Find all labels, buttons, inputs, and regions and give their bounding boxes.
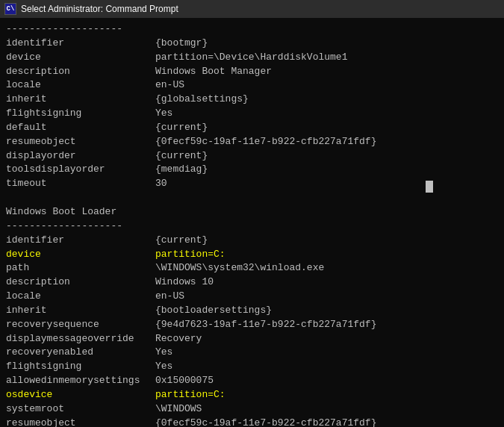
terminal-line: displayorder{current}: [6, 149, 498, 163]
terminal-line: devicepartition=C:: [6, 248, 498, 262]
terminal-line: toolsdisplayorder{memdiag}: [6, 163, 498, 177]
terminal-line: recoveryenabledYes: [6, 346, 498, 360]
terminal-line: systemroot\WINDOWS: [6, 402, 498, 417]
separator-line-2: --------------------: [6, 219, 498, 234]
terminal-line: localeen-US: [6, 78, 498, 93]
terminal-line: identifier{current}: [6, 234, 498, 248]
terminal-line: inherit{globalsettings}: [6, 93, 498, 107]
terminal-line: displaymessageoverrideRecovery: [6, 332, 498, 346]
terminal-line: default{current}: [6, 121, 498, 135]
title-bar-text: Select Administrator: Command Prompt: [21, 4, 178, 14]
terminal-line: identifier{bootmgr}: [6, 37, 498, 51]
terminal-line: allowedinmemorysettings0x15000075: [6, 374, 498, 388]
terminal-window[interactable]: -------------------- identifier{bootmgr}…: [0, 18, 504, 427]
terminal-line: flightsigningYes: [6, 360, 498, 374]
terminal-line: resumeobject{0fecf59c-19af-11e7-b922-cfb…: [6, 417, 498, 427]
terminal-line: devicepartition=\Device\HarddiskVolume1: [6, 51, 498, 65]
terminal-line: recoverysequence{9e4d7623-19af-11e7-b922…: [6, 318, 498, 332]
terminal-line: timeout30: [6, 177, 498, 191]
separator-line-1: --------------------: [6, 22, 498, 37]
terminal-line: descriptionWindows Boot Manager: [6, 65, 498, 79]
terminal-line: path\WINDOWS\system32\winload.exe: [6, 261, 498, 275]
section2-heading: Windows Boot Loader: [6, 205, 498, 219]
terminal-line: osdevicepartition=C:: [6, 388, 498, 402]
terminal-line: flightsigningYes: [6, 107, 498, 121]
cmd-icon: C\: [4, 3, 16, 15]
cursor: [426, 181, 433, 193]
terminal-line: resumeobject{0fecf59c-19af-11e7-b922-cfb…: [6, 135, 498, 149]
title-bar: C\ Select Administrator: Command Prompt: [0, 0, 504, 18]
terminal-line: inherit{bootloadersettings}: [6, 304, 498, 318]
blank-line-1: [6, 191, 498, 205]
terminal-line: localeen-US: [6, 290, 498, 304]
terminal-line: descriptionWindows 10: [6, 275, 498, 290]
